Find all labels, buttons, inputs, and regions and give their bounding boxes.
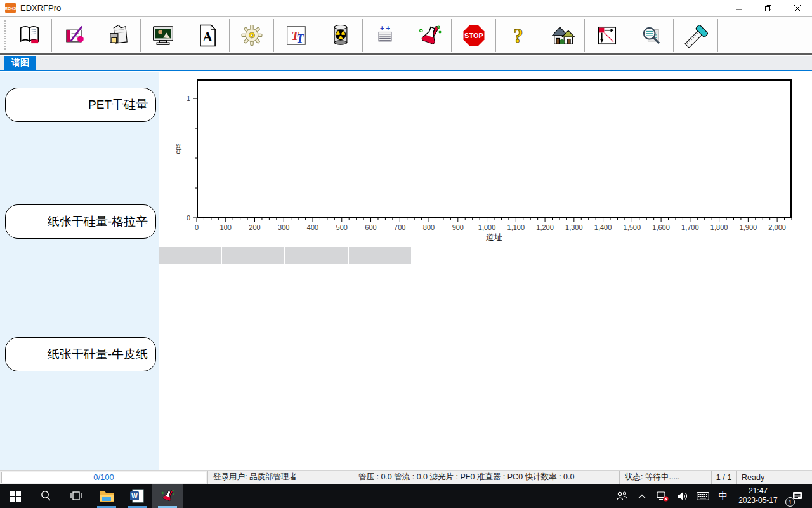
svg-text:700: 700 [394, 224, 405, 231]
svg-text:1,000: 1,000 [478, 224, 496, 231]
radiation-canister-icon [327, 22, 355, 50]
sidebar: PET干硅量 纸张干硅量-格拉辛 纸张干硅量-牛皮纸 [0, 72, 159, 470]
home-button[interactable] [540, 19, 585, 52]
svg-text:道址: 道址 [486, 232, 502, 242]
status-bar: 0/100 登录用户: 品质部管理者 管压 : 0.0 管流 : 0.0 滤光片… [0, 470, 812, 484]
file-explorer-button[interactable] [91, 484, 122, 508]
people-button[interactable] [612, 484, 632, 508]
open-folder-icon [105, 22, 133, 50]
toolbar-gripper[interactable] [4, 20, 6, 51]
window-title: EDXRFPro [20, 3, 61, 13]
taskbar-search-button[interactable] [30, 484, 61, 508]
tray-overflow-button[interactable] [632, 484, 652, 508]
windows-logo-icon [10, 491, 21, 502]
stop-button[interactable]: STOP [452, 19, 496, 52]
svg-text:cps: cps [174, 143, 181, 154]
system-tray: 中 21:47 2023-05-17 1 [612, 484, 812, 508]
svg-text:0: 0 [187, 214, 190, 222]
stop-sign-icon: STOP [460, 22, 488, 50]
svg-text:300: 300 [278, 224, 289, 231]
edit-notebook-icon [60, 22, 88, 50]
read-book-icon [16, 22, 44, 50]
svg-text:200: 200 [249, 224, 260, 231]
svg-text:1,900: 1,900 [740, 224, 757, 231]
table-header-cell[interactable] [222, 247, 284, 264]
svg-text:0: 0 [195, 224, 199, 231]
action-center-button[interactable]: 1 [783, 484, 812, 508]
svg-text:A: A [202, 29, 212, 44]
zoom-preview-button[interactable] [629, 19, 674, 52]
help-button[interactable]: ? [496, 19, 540, 52]
sample-button-pet[interactable]: PET干硅量 [5, 88, 156, 122]
word-icon: W [130, 489, 144, 503]
counter-list-icon: + + [371, 22, 399, 50]
sample-button-kraft[interactable]: 纸张干硅量-牛皮纸 [5, 337, 156, 371]
people-icon [616, 491, 628, 502]
application-window: ROHS EDXRFPro [0, 0, 812, 508]
svg-text:500: 500 [336, 224, 348, 231]
svg-text:1: 1 [187, 95, 190, 102]
start-button[interactable] [0, 484, 30, 508]
read-data-button[interactable] [8, 19, 52, 52]
clock-date: 2023-05-17 [738, 496, 777, 505]
font-tt-button[interactable]: T T [274, 19, 318, 52]
edit-measure-button[interactable] [52, 19, 96, 52]
counter-button[interactable]: + + [363, 19, 407, 52]
minimize-button[interactable] [724, 0, 754, 17]
close-icon [794, 4, 801, 12]
measure-ruler-button[interactable] [674, 19, 718, 52]
truetype-icon: T T [282, 22, 310, 50]
svg-text:1,500: 1,500 [624, 224, 641, 231]
display-settings-button[interactable] [141, 19, 185, 52]
svg-text:800: 800 [423, 224, 435, 231]
scale-window-icon [593, 22, 621, 50]
toolbar: A T [0, 17, 812, 55]
table-header-cell[interactable] [159, 247, 221, 264]
status-ready: Ready [737, 471, 812, 484]
svg-text:1,700: 1,700 [681, 224, 699, 231]
edxrf-app-button[interactable] [152, 484, 183, 508]
taskbar-clock[interactable]: 21:47 2023-05-17 [733, 484, 783, 508]
ruler-icon [682, 22, 710, 50]
progress-text: 0/100 [1, 472, 206, 483]
svg-text:400: 400 [307, 224, 318, 231]
volume-button[interactable] [672, 484, 693, 508]
sample-button-glassine[interactable]: 纸张干硅量-格拉辛 [5, 204, 156, 239]
network-button[interactable] [652, 484, 672, 508]
svg-text:900: 900 [452, 224, 464, 231]
ime-indicator[interactable]: 中 [713, 484, 733, 508]
svg-text:1,600: 1,600 [652, 224, 670, 231]
word-app-button[interactable]: W [122, 484, 152, 508]
keyboard-icon [697, 492, 709, 500]
task-view-button[interactable] [61, 484, 91, 508]
svg-text:+ +: + + [380, 24, 390, 32]
font-document-button[interactable]: A [185, 19, 230, 52]
xray-source-button[interactable] [318, 19, 363, 52]
svg-text:W: W [131, 493, 138, 500]
restore-icon [764, 4, 772, 12]
magnifier-document-icon [638, 22, 665, 50]
analysis-button[interactable] [407, 19, 452, 52]
help-icon: ? [504, 22, 532, 50]
document-a-icon: A [193, 22, 221, 50]
status-page-indicator: 1 / 1 [712, 471, 737, 484]
minimize-icon [735, 4, 743, 12]
table-header-cell[interactable] [349, 247, 411, 264]
result-table-header [159, 247, 812, 264]
touch-keyboard-button[interactable] [693, 484, 713, 508]
scale-button[interactable] [585, 19, 629, 52]
spectrum-chart[interactable]: 01002003004005006007008009001,0001,1001,… [159, 72, 812, 244]
status-state: 状态: 等待中..... [620, 471, 712, 484]
status-login-user: 登录用户: 品质部管理者 [208, 471, 353, 484]
open-file-button[interactable] [96, 19, 141, 52]
table-header-cell[interactable] [285, 247, 348, 264]
tab-spectrum[interactable]: 谱图 [4, 56, 36, 70]
settings-button[interactable] [230, 19, 274, 52]
content-area: PET干硅量 纸张干硅量-格拉辛 纸张干硅量-牛皮纸 0100200300400… [0, 72, 812, 470]
close-button[interactable] [783, 0, 812, 17]
restore-button[interactable] [754, 0, 783, 17]
spectrum-chart-svg: 01002003004005006007008009001,0001,1001,… [159, 72, 812, 244]
svg-text:1,200: 1,200 [536, 224, 554, 231]
svg-text:?: ? [513, 25, 523, 47]
title-bar: ROHS EDXRFPro [0, 0, 812, 17]
